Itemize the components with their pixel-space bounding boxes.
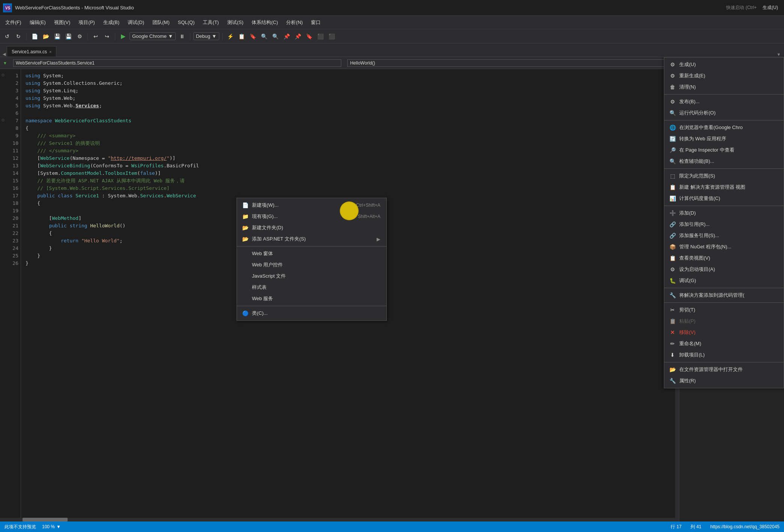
ctx-web-form[interactable]: Web 窗体 bbox=[237, 248, 386, 259]
menu-edit[interactable]: 编辑(E) bbox=[26, 18, 50, 27]
menu-view[interactable]: 视图(V) bbox=[50, 18, 74, 27]
menu-project[interactable]: 项目(P) bbox=[75, 18, 98, 27]
ctx-source-control[interactable]: 🔧 将解决方案添加到源代码管理( bbox=[664, 290, 784, 301]
method-dropdown[interactable]: HelloWorld() bbox=[347, 59, 676, 67]
tab-close-btn[interactable]: × bbox=[49, 50, 51, 54]
ctx-rebuild[interactable]: ⚙ 重新生成(E) bbox=[664, 70, 784, 81]
ctx-class-view[interactable]: 📋 查看类视图(V) bbox=[664, 252, 784, 264]
nav-forward-btn[interactable]: ↻ bbox=[14, 32, 23, 41]
save-all-btn[interactable]: 💾 bbox=[63, 32, 73, 41]
class-dropdown[interactable]: WebServiceForClassStudents.Service1 bbox=[13, 59, 342, 67]
ctx-unload[interactable]: ⬇ 卸载项目(L) bbox=[664, 349, 784, 361]
ctx-clean[interactable]: 🗑 清理(N) bbox=[664, 81, 784, 93]
ctx-paste[interactable]: 📋 粘贴(P) bbox=[664, 316, 784, 327]
toolbar-btn-10[interactable]: ⬛ bbox=[327, 32, 337, 41]
toolbar-btn-3[interactable]: 🔖 bbox=[248, 32, 258, 41]
toolbar-btn-8[interactable]: 🔖 bbox=[305, 32, 314, 41]
ctx-debug[interactable]: 🐛 调试(G) bbox=[664, 275, 784, 286]
menu-window[interactable]: 窗口 bbox=[307, 18, 324, 27]
ctx-new-folder[interactable]: 📂 新建文件夹(D) bbox=[237, 222, 386, 233]
menu-team[interactable]: 团队(M) bbox=[149, 18, 173, 27]
open-btn[interactable]: 📂 bbox=[41, 32, 51, 41]
line-numbers: 12345 678910 1112131415 1617181920 21222… bbox=[6, 69, 21, 521]
toolbar-extra-btn[interactable]: ⚙ bbox=[75, 32, 84, 41]
cut-icon: ✂ bbox=[669, 306, 676, 314]
ctx-stylesheet[interactable]: 样式表 bbox=[237, 282, 386, 293]
new-file-btn[interactable]: 📄 bbox=[30, 32, 39, 41]
menu-sql[interactable]: SQL(Q) bbox=[174, 18, 199, 27]
code-line-15: // 若要允许使用 ASP.NET AJAX 从脚本中调用此 Web 服务，请 bbox=[26, 177, 674, 185]
expand-btn[interactable]: ▼ bbox=[3, 61, 7, 65]
pause-btn[interactable]: ⏸ bbox=[177, 32, 187, 41]
redo-btn[interactable]: ↪ bbox=[102, 32, 112, 41]
menu-analyze[interactable]: 分析(N) bbox=[282, 18, 306, 27]
menu-build[interactable]: 生成(B) bbox=[100, 18, 123, 27]
toolbar-btn-1[interactable]: ⚡ bbox=[226, 32, 235, 41]
menu-test[interactable]: 测试(S) bbox=[223, 18, 247, 27]
ctx-add-svc[interactable]: 🔗 添加服务引用(S)... bbox=[664, 230, 784, 241]
horizontal-scrollbar[interactable] bbox=[0, 518, 679, 521]
ctx-asp-folder[interactable]: 📂 添加 ASP.NET 文件夹(S) ▶ bbox=[237, 233, 386, 245]
toolbar-sep-2 bbox=[87, 33, 88, 40]
ctx-add[interactable]: ➕ 添加(D) bbox=[664, 207, 784, 219]
run-btn[interactable]: ▶ bbox=[118, 32, 128, 41]
status-bar: 此项不支持预览 100 % ▼ 行 17 列 41 https://blog.c… bbox=[0, 521, 784, 532]
zoom-control[interactable]: 100 % ▼ bbox=[42, 524, 61, 529]
ctx-scope[interactable]: ⬚ 限定为此范围(S) bbox=[664, 170, 784, 182]
ctx-nuget[interactable]: 📦 管理 NuGet 程序包(N)... bbox=[664, 241, 784, 252]
ctx-page-inspector[interactable]: 🔎 在 Page Inspector 中查看 bbox=[664, 144, 784, 156]
toolbar-btn-4[interactable]: 🔍 bbox=[259, 32, 269, 41]
ctx-existing-item[interactable]: 📁 现有项(G)... Shift+Alt+A bbox=[237, 211, 386, 222]
menu-file[interactable]: 文件(F) bbox=[2, 18, 25, 27]
quick-launch[interactable]: 快速启动 (Ctrl+ bbox=[726, 5, 757, 11]
inspector-icon: 🔎 bbox=[669, 146, 676, 154]
ctx-web-user-ctrl[interactable]: Web 用户控件 bbox=[237, 259, 386, 271]
ctx-remove[interactable]: ✕ 移除(V) bbox=[664, 327, 784, 338]
tab-service1[interactable]: Service1.asmx.cs × bbox=[7, 46, 56, 57]
ctx-cut[interactable]: ✂ 剪切(T) bbox=[664, 304, 784, 316]
undo-btn[interactable]: ↩ bbox=[91, 32, 101, 41]
ctx-analyze[interactable]: 🔍 运行代码分析(O) bbox=[664, 107, 784, 119]
build-button-top[interactable]: 生成(U) bbox=[763, 5, 778, 11]
ctx-build[interactable]: ⚙ 生成(U) bbox=[664, 59, 784, 70]
ctx-view-browser[interactable]: 🌐 在浏览器中查看(Google Chro bbox=[664, 122, 784, 133]
debug-icon: 🐛 bbox=[669, 277, 676, 284]
ctx-js-file[interactable]: JavaScript 文件 bbox=[237, 271, 386, 282]
nuget-icon: 📦 bbox=[669, 243, 676, 251]
toolbar-btn-5[interactable]: 🔍 bbox=[271, 32, 280, 41]
submenu-arrow-icon: ▶ bbox=[377, 236, 380, 242]
toolbar-btn-2[interactable]: 📋 bbox=[237, 32, 247, 41]
menu-debug[interactable]: 调试(D) bbox=[124, 18, 148, 27]
ctx-add-ref[interactable]: 🔗 添加引用(R)... bbox=[664, 219, 784, 230]
nav-back-btn[interactable]: ↺ bbox=[2, 32, 12, 41]
ctx-rename[interactable]: ✏ 重命名(M) bbox=[664, 338, 784, 349]
toolbar-sep-4 bbox=[190, 33, 190, 40]
save-btn[interactable]: 💾 bbox=[52, 32, 62, 41]
menu-arch[interactable]: 体系结构(C) bbox=[248, 18, 282, 27]
toolbar-btn-7[interactable]: 📌 bbox=[293, 32, 303, 41]
ctx-open-explorer[interactable]: 📂 在文件资源管理器中打开文件 bbox=[664, 364, 784, 375]
ctx-properties[interactable]: 🔧 属性(R) bbox=[664, 375, 784, 386]
config-dropdown[interactable]: Debug ▼ bbox=[193, 32, 219, 40]
toolbar-btn-6[interactable]: 📌 bbox=[282, 32, 292, 41]
ctx-set-startup[interactable]: ⚙ 设为启动项目(A) bbox=[664, 264, 784, 275]
web-user-ctrl-icon bbox=[241, 261, 249, 269]
ctx-publish[interactable]: ⚙ 发布(B)... bbox=[664, 96, 784, 107]
class-name: WebServiceForClassStudents.Service1 bbox=[16, 60, 95, 66]
metrics-icon: 📊 bbox=[669, 195, 676, 202]
ctx-accessibility[interactable]: 🔍 检查辅功能(B)... bbox=[664, 156, 784, 167]
tab-dropdown-btn[interactable]: ▼ bbox=[775, 52, 782, 57]
code-line-13: [WebServiceBinding(ConformsTo = WsiProfi… bbox=[26, 162, 674, 170]
toolbar-btn-9[interactable]: ⬛ bbox=[316, 32, 326, 41]
ctx-web-service[interactable]: Web 服务 bbox=[237, 293, 386, 304]
code-line-5: using System.Web.Services; bbox=[26, 102, 674, 110]
ctx-metrics[interactable]: 📊 计算代码度量值(C) bbox=[664, 193, 784, 204]
menu-tools[interactable]: 工具(T) bbox=[199, 18, 223, 27]
browser-dropdown[interactable]: Google Chrome ▼ bbox=[130, 32, 176, 40]
ctx-new-explorer[interactable]: 📋 新建 解决方案资源管理器 视图 bbox=[664, 182, 784, 193]
tab-scroll-left[interactable]: ◀ bbox=[2, 52, 7, 57]
ctx-class[interactable]: 🔵 类(C)... bbox=[237, 308, 386, 319]
ctx-convert-web[interactable]: 🔄 转换为 Web 应用程序 bbox=[664, 133, 784, 144]
scrollbar-h-thumb[interactable] bbox=[23, 518, 68, 521]
ctx-new-item[interactable]: 📄 新建项(W)... Ctrl+Shift+A bbox=[237, 200, 386, 211]
